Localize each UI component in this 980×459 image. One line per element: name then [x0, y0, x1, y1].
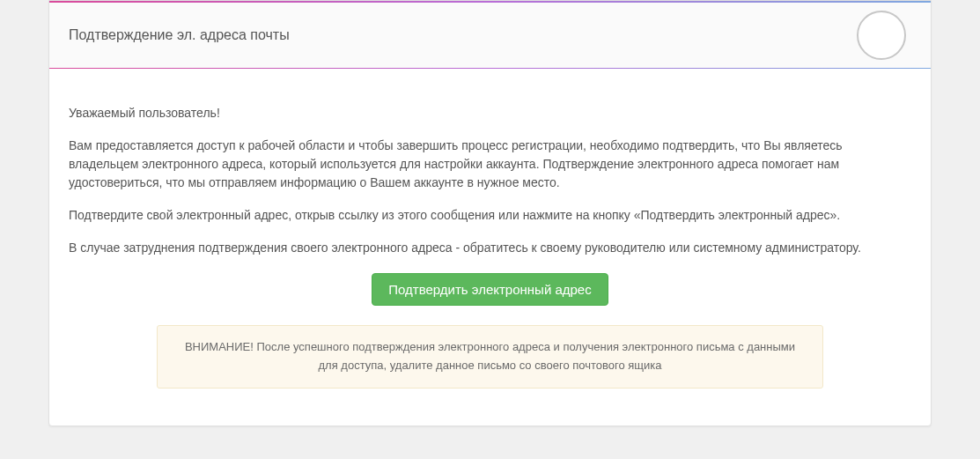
warning-box: ВНИМАНИЕ! После успешного подтверждения … [157, 325, 823, 389]
trouble-paragraph: В случае затруднения подтверждения своег… [69, 239, 911, 257]
button-wrapper: Подтвердить электронный адрес [69, 273, 911, 306]
header-title: Подтверждение эл. адреса почты [69, 27, 911, 43]
greeting-text: Уважаемый пользователь! [69, 104, 911, 122]
confirm-email-button[interactable]: Подтвердить электронный адрес [372, 273, 608, 306]
access-paragraph: Вам предоставляется доступ к рабочей обл… [69, 137, 911, 192]
confirm-paragraph: Подтвердите свой электронный адрес, откр… [69, 206, 911, 225]
card-header: Подтверждение эл. адреса почты [49, 3, 931, 68]
card-content: Уважаемый пользователь! Вам предоставляе… [49, 69, 931, 426]
confirmation-card: Подтверждение эл. адреса почты Уважаемый… [48, 0, 932, 426]
loading-spinner-icon [857, 11, 906, 60]
